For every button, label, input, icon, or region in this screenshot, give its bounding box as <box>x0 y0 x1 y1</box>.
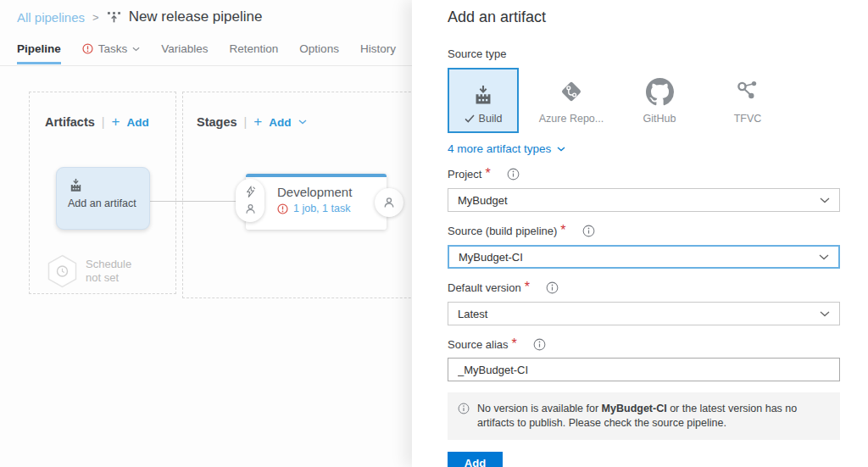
tab-variables-label: Variables <box>161 42 208 55</box>
tab-variables[interactable]: Variables <box>161 42 208 62</box>
stage-topbar <box>246 174 387 177</box>
source-type-azure-repos-label: Azure Repo... <box>539 113 604 125</box>
check-icon <box>465 114 475 123</box>
panel-title: Add an artifact <box>448 8 840 26</box>
info-icon[interactable] <box>546 281 559 294</box>
tab-history-label: History <box>360 42 396 55</box>
source-type-build[interactable]: Build <box>448 68 519 133</box>
chevron-down-icon <box>820 197 830 203</box>
source-type-label: Source type <box>448 47 840 60</box>
chevron-down-icon <box>820 311 830 317</box>
github-icon <box>646 77 674 106</box>
source-alias-field-label: Source alias * <box>448 336 840 352</box>
divider: | <box>102 115 105 129</box>
no-version-notice: No version is available for MyBudget-CI … <box>448 392 840 440</box>
page-title: New release pipeline <box>129 8 263 25</box>
required-asterisk: * <box>525 280 530 295</box>
pre-deployment-approvals-icon[interactable] <box>244 203 257 215</box>
release-pipeline-editor: All pipelines > New release pipeline Pip… <box>0 0 868 467</box>
add-artifact-card[interactable]: Add an artifact <box>56 167 150 230</box>
stages-title: Stages <box>197 115 237 129</box>
tab-pipeline-label: Pipeline <box>17 42 61 55</box>
source-type-tfvc-label: TFVC <box>734 113 762 125</box>
project-field-label: Project * <box>448 166 840 181</box>
info-icon[interactable] <box>507 168 520 181</box>
source-build-pipeline-dropdown[interactable]: MyBudget-CI <box>448 245 840 269</box>
info-icon[interactable] <box>582 225 595 237</box>
source-type-tfvc[interactable]: TFVC <box>712 68 783 133</box>
default-version-dropdown[interactable]: Latest <box>448 302 840 325</box>
tab-pipeline[interactable]: Pipeline <box>17 42 61 64</box>
chevron-down-icon <box>557 147 565 152</box>
version-dropdown-value: Latest <box>458 308 820 320</box>
plus-icon: + <box>253 114 262 131</box>
azure-repos-icon <box>557 77 586 106</box>
source-dropdown-value: MyBudget-CI <box>459 251 819 264</box>
add-artifact-card-label: Add an artifact <box>68 197 149 209</box>
breadcrumb-separator: > <box>92 11 99 24</box>
tab-retention[interactable]: Retention <box>230 42 279 62</box>
notice-text: No version is available for MyBudget-CI … <box>477 402 828 431</box>
breadcrumb-all-pipelines-link[interactable]: All pipelines <box>17 10 85 25</box>
build-artifact-icon <box>68 177 149 193</box>
project-dropdown-value: MyBudget <box>458 194 820 207</box>
tfvc-icon <box>733 77 762 106</box>
breadcrumb: All pipelines > New release pipeline <box>17 8 262 25</box>
stage-card-development[interactable]: Development 1 job, 1 task <box>246 174 387 230</box>
release-pipeline-icon <box>107 10 121 25</box>
source-type-build-label: Build <box>465 113 503 125</box>
required-asterisk: * <box>485 166 490 181</box>
tab-options[interactable]: Options <box>299 42 339 62</box>
build-icon <box>472 77 494 106</box>
tab-tasks[interactable]: Tasks <box>82 42 141 62</box>
add-artifact-panel: Add an artifact Source type Build <box>412 0 868 467</box>
add-button[interactable]: Add <box>448 452 503 467</box>
default-version-field-label: Default version * <box>448 280 840 295</box>
add-artifact-button[interactable]: Add <box>127 116 149 129</box>
required-asterisk: * <box>512 336 517 352</box>
project-dropdown[interactable]: MyBudget <box>448 188 840 212</box>
info-icon <box>458 403 470 431</box>
stage-name: Development <box>277 185 387 199</box>
divider: | <box>244 115 248 129</box>
source-field-label: Source (build pipeline) * <box>448 223 840 238</box>
artifacts-title: Artifacts <box>45 115 95 129</box>
tab-retention-label: Retention <box>230 42 279 55</box>
tab-history[interactable]: History <box>360 42 396 62</box>
warning-icon <box>82 43 93 54</box>
post-deployment-approvals-icon <box>382 196 396 209</box>
source-type-azure-repos[interactable]: Azure Repo... <box>536 68 607 133</box>
stage-jobs-tasks-link[interactable]: 1 job, 1 task <box>293 203 350 214</box>
tab-bar: Pipeline Tasks Variables Retention Optio… <box>17 42 396 64</box>
source-type-github[interactable]: GitHub <box>624 68 695 133</box>
artifacts-header: Artifacts | + Add <box>45 114 149 131</box>
plus-icon: + <box>112 114 120 131</box>
source-type-github-label: GitHub <box>643 113 676 125</box>
more-artifact-types-link[interactable]: 4 more artifact types <box>448 142 840 155</box>
artifact-stage-connector <box>150 201 238 202</box>
tab-options-label: Options <box>299 42 339 55</box>
post-deployment-conditions[interactable] <box>375 188 403 217</box>
add-stage-button[interactable]: Add <box>269 116 291 129</box>
pre-deployment-conditions <box>236 179 264 222</box>
stages-header: Stages | + Add <box>197 114 307 131</box>
clock-hexagon-icon <box>47 254 78 288</box>
pipeline-canvas: Artifacts | + Add Stages | + Add <box>0 66 413 467</box>
required-asterisk: * <box>560 223 565 238</box>
schedule-label: Schedule not set <box>86 258 131 285</box>
source-type-tiles: Build Azure Repo... <box>448 68 840 133</box>
source-alias-input[interactable] <box>448 358 840 381</box>
chevron-down-icon <box>132 47 140 52</box>
pre-deployment-trigger-icon[interactable] <box>244 186 257 198</box>
warning-icon <box>277 203 288 214</box>
chevron-down-icon <box>819 254 829 260</box>
tab-tasks-label: Tasks <box>98 42 128 55</box>
info-icon[interactable] <box>533 338 546 351</box>
schedule-trigger[interactable]: Schedule not set <box>47 254 131 288</box>
chevron-down-icon <box>298 120 307 125</box>
